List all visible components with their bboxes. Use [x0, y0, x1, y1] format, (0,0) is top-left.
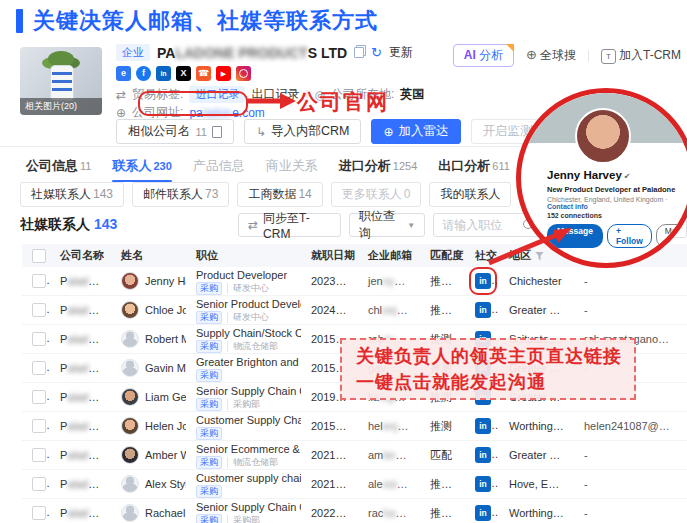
cell-social: in [465, 296, 499, 325]
company-photo[interactable]: 相关图片(20) [20, 47, 102, 115]
subtab-email-contacts[interactable]: 邮件联系人73 [132, 182, 229, 207]
procurement-tag: 采购 [196, 282, 222, 295]
profile-headline: New Product Developer at Paladone [547, 185, 683, 194]
subtab-my-contacts[interactable]: 我的联系人 [429, 182, 511, 207]
globe-icon: ⊕ [116, 106, 126, 120]
linkedin-icon[interactable]: in [156, 66, 171, 81]
procurement-tag: 采购 [196, 340, 222, 353]
procurement-tag: 采购 [196, 514, 222, 523]
sync-tcrm-button[interactable]: ⇄同步至T-CRM [238, 213, 341, 237]
tab-export-analysis[interactable]: 出口分析611 [438, 157, 510, 175]
subtab-more-contacts[interactable]: 更多联系人0 [331, 182, 422, 207]
row-checkbox[interactable] [32, 361, 46, 375]
cell-position: Product Developer 采购研发中心 [186, 267, 301, 296]
instagram-icon[interactable] [236, 66, 251, 81]
enterprise-badge: 企业 [116, 44, 150, 61]
phone-icon[interactable]: ☎ [196, 66, 211, 81]
tab-business-relations[interactable]: 商业关系 [266, 157, 318, 175]
ai-analysis-button[interactable]: AI 分析 [453, 44, 514, 67]
cell-position: Greater Brighton and Hove Area 采购 [186, 354, 301, 383]
contact-avatar [121, 446, 139, 464]
filter-icon[interactable] [535, 252, 544, 261]
linkedin-icon[interactable]: in [475, 476, 491, 492]
message-button[interactable]: Message [547, 224, 603, 248]
linkedin-icon[interactable]: in [475, 418, 491, 434]
facebook-icon[interactable]: f [136, 66, 151, 81]
subtab-social-contacts[interactable]: 社媒联系人143 [20, 182, 124, 207]
cell-date: 2021-05 [301, 441, 358, 470]
row-checkbox[interactable] [32, 419, 46, 433]
linkedin-icon[interactable]: in [475, 273, 491, 289]
contact-avatar [121, 475, 139, 493]
table-row: Paladone Amber Whitty Senior Ecommerce &… [22, 441, 687, 470]
follow-button[interactable]: + Follow [607, 224, 652, 248]
department-tag: 采购部 [227, 399, 260, 410]
youtube-icon[interactable]: ▶ [216, 66, 231, 81]
row-checkbox[interactable] [32, 448, 46, 462]
tab-company-info[interactable]: 公司信息11 [26, 157, 91, 175]
cell-company: Paladone [50, 383, 111, 412]
blog-icon[interactable]: e [116, 66, 131, 81]
row-checkbox[interactable] [32, 506, 46, 520]
cell-company: Paladone [50, 441, 111, 470]
global-search-button[interactable]: ⊕全球搜 [526, 47, 576, 64]
similar-company-button[interactable]: 相似公司名11 [116, 119, 234, 144]
related-images-caption[interactable]: 相关图片(20) [20, 98, 102, 115]
table-row: Paladone Jenny Harvey Product Developer … [22, 267, 687, 296]
company-social-icons: e f in X ☎ ▶ [116, 66, 251, 81]
row-checkbox[interactable] [32, 274, 46, 288]
export-record-tag[interactable]: 出口记录 [251, 86, 299, 103]
contact-info-link[interactable]: Contact info [547, 203, 588, 210]
update-button[interactable]: 更新 [389, 44, 413, 61]
profile-name: Jenny Harvey [547, 169, 622, 181]
row-checkbox[interactable] [32, 332, 46, 346]
tab-import-analysis[interactable]: 进口分析1254 [339, 157, 417, 175]
cell-email: jennyharvey@a... [358, 267, 420, 296]
linkedin-profile-inset: Jenny Harvey✔ New Product Developer at P… [516, 88, 687, 268]
company-location: 英国 [400, 86, 424, 103]
linkedin-icon[interactable]: in [475, 447, 491, 463]
tab-products[interactable]: 产品信息 [193, 157, 245, 175]
cell-region: Worthing, England,... [499, 499, 574, 523]
x-twitter-icon[interactable]: X [176, 66, 191, 81]
cell-name: Robert Monta... [121, 325, 184, 353]
linkedin-icon[interactable]: in [475, 302, 491, 318]
join-tcrm-button[interactable]: T加入T-CRM [601, 47, 681, 64]
cell-company: Paladone [50, 499, 111, 523]
row-checkbox[interactable] [32, 303, 46, 317]
blurred-email: berwhitty@ [383, 449, 420, 461]
blurred-company: aladon [67, 275, 100, 287]
row-checkbox[interactable] [32, 390, 46, 404]
page-title-text: 关键决策人邮箱、社媒等联系方式 [33, 6, 378, 36]
subtab-registry-data[interactable]: 工商数据14 [237, 182, 322, 207]
tcrm-icon: T [601, 49, 616, 64]
table-row: Paladone Chloe Jones Senior Product Deve… [22, 296, 687, 325]
refresh-icon[interactable]: ↻ [371, 45, 382, 60]
tab-contacts[interactable]: 联系人230 [112, 157, 171, 175]
profile-avatar [575, 108, 631, 164]
document-icon [212, 126, 222, 138]
cell-date: 2021-01 [301, 470, 358, 499]
copy-icon[interactable] [354, 47, 364, 58]
linkedin-icon[interactable]: in [475, 505, 491, 521]
cell-social: in [465, 267, 499, 296]
import-crm-button[interactable]: ↳导入内部CRM [244, 119, 362, 144]
procurement-tag: 采购 [196, 427, 222, 440]
cell-region: Greater Toronto Area [499, 441, 574, 470]
add-radar-button[interactable]: ⊕加入雷达 [371, 119, 460, 144]
table-row: Paladone Produc... Helen Johnstone Custo… [22, 412, 687, 441]
blurred-company: aladon [67, 478, 100, 490]
cell-date: 2024-04 [301, 296, 358, 325]
contact-avatar [121, 388, 139, 406]
col-name: 姓名 [111, 244, 186, 267]
profile-connections[interactable]: 152 connections [547, 212, 683, 219]
row-checkbox[interactable] [32, 477, 46, 491]
blurred-company: aladon [67, 391, 100, 403]
procurement-tag: 采购 [196, 398, 222, 411]
position-query-dropdown[interactable]: 职位查询▼ [349, 213, 426, 237]
select-all-checkbox[interactable] [32, 249, 46, 263]
procurement-tag: 采购 [196, 311, 222, 324]
sync-icon: ⇄ [248, 218, 258, 232]
cell-email: helenjohnstona... [358, 412, 420, 441]
cell-social: in [465, 470, 499, 499]
